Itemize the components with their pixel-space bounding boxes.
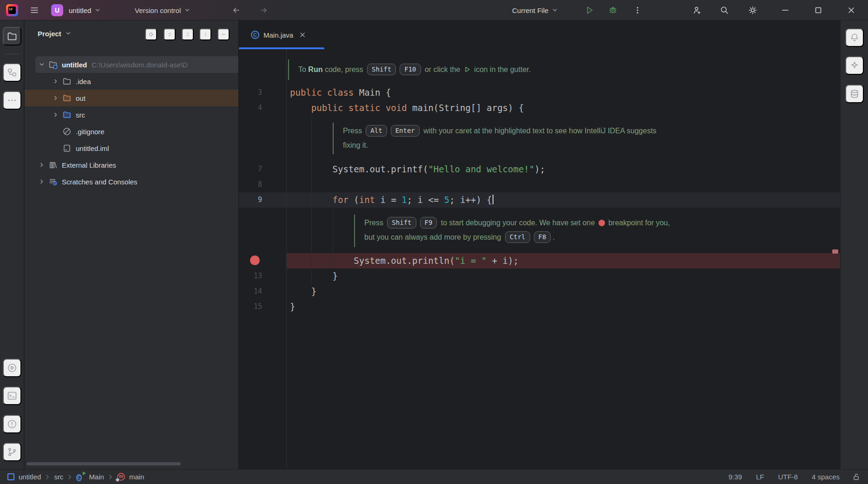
- chevron-right-icon[interactable]: [38, 178, 46, 185]
- project-path: C:\Users\wisdom.donald-ase\D: [92, 61, 239, 69]
- more-actions-button[interactable]: [630, 3, 645, 18]
- file-icon: [62, 144, 72, 153]
- breakpoint-icon[interactable]: [250, 255, 260, 265]
- breadcrumb-src[interactable]: src: [54, 473, 63, 481]
- window-close-button[interactable]: [844, 3, 859, 18]
- caret-position-widget[interactable]: 9:39: [729, 473, 742, 481]
- run-tool-window-button[interactable]: [3, 359, 21, 377]
- folder-icon: [62, 77, 72, 86]
- project-tool-button[interactable]: [3, 27, 21, 46]
- project-folder-icon: [48, 60, 58, 69]
- lock-open-icon: [852, 472, 861, 481]
- editor-content[interactable]: 3 4 7 8 9 13 14 15 To Run code, press Sh…: [239, 49, 840, 469]
- chevron-right-icon: [45, 474, 50, 480]
- line-number[interactable]: 13: [239, 268, 262, 284]
- line-number[interactable]: 4: [239, 100, 262, 116]
- vcs-widget[interactable]: Version control: [135, 0, 191, 20]
- kebab-menu-icon: [203, 30, 208, 39]
- more-tool-windows-button[interactable]: [3, 91, 21, 110]
- run-button[interactable]: [582, 3, 597, 18]
- settings-button[interactable]: [745, 3, 760, 18]
- crosshair-icon: [149, 30, 153, 39]
- terminal-tool-window-button[interactable]: [3, 386, 21, 405]
- project-switcher[interactable]: untitled: [69, 0, 101, 20]
- scratches-icon: [48, 177, 58, 186]
- structure-tool-button[interactable]: [3, 63, 21, 82]
- hide-panel-button[interactable]: [217, 28, 230, 40]
- structure-icon: [7, 67, 18, 78]
- project-horizontal-scrollbar[interactable]: [26, 462, 181, 465]
- expand-all-icon: [167, 30, 172, 39]
- window-titlebar: IJ U untitled Version control Current: [0, 0, 868, 20]
- tree-item-gitignore[interactable]: .gitignore: [25, 123, 239, 140]
- tree-item-external-libraries[interactable]: External Libraries: [25, 157, 239, 173]
- line-number-active[interactable]: 9: [239, 192, 262, 208]
- gear-icon: [748, 5, 758, 15]
- chevron-right-icon[interactable]: [52, 111, 60, 118]
- project-avatar[interactable]: U: [51, 4, 63, 16]
- breakpoint-dot-icon: [598, 220, 605, 226]
- main-menu-button[interactable]: [27, 3, 42, 18]
- window-maximize-button[interactable]: [811, 3, 826, 18]
- key-shift: Shift: [367, 64, 396, 75]
- tab-main-java[interactable]: C Main.java: [239, 20, 324, 49]
- chevron-down-icon[interactable]: [65, 30, 72, 37]
- chevron-right-icon[interactable]: [38, 161, 46, 169]
- key-ctrl: Ctrl: [505, 231, 530, 243]
- line-number[interactable]: 15: [239, 299, 262, 314]
- locate-file-button[interactable]: [145, 28, 157, 40]
- line-number[interactable]: 14: [239, 284, 262, 299]
- kebab-menu-icon: [633, 6, 642, 15]
- project-panel-title[interactable]: Project: [38, 30, 61, 38]
- chevron-right-icon[interactable]: [52, 78, 60, 85]
- window-minimize-button[interactable]: [778, 3, 793, 18]
- collapse-all-button[interactable]: [182, 28, 194, 40]
- key-shift: Shift: [387, 217, 416, 229]
- editor-area: C Main.java 3 4 7 8 9 13 14 15: [239, 20, 840, 469]
- ai-assistant-button[interactable]: [845, 56, 864, 75]
- line-number[interactable]: 3: [239, 85, 262, 100]
- tree-item-idea[interactable]: .idea: [25, 73, 239, 90]
- exclamation-circle-icon: [7, 419, 18, 430]
- notifications-button[interactable]: [845, 28, 864, 47]
- panel-options-button[interactable]: [199, 28, 211, 40]
- key-f8: F8: [534, 231, 551, 243]
- tree-item-untitled-root[interactable]: untitled C:\Users\wisdom.donald-ase\D: [25, 56, 239, 73]
- problems-tool-window-button[interactable]: [3, 415, 21, 433]
- chevron-right-icon[interactable]: [52, 94, 60, 102]
- method-icon: m: [117, 473, 125, 481]
- expand-all-button[interactable]: [164, 28, 176, 40]
- indent-widget[interactable]: 4 spaces: [812, 473, 840, 481]
- inline-hint-debug: Press ShiftF9 to start debugging your co…: [354, 215, 670, 247]
- version-control-tool-window-button[interactable]: [3, 443, 21, 461]
- tree-item-untitled-iml[interactable]: untitled.iml: [25, 140, 239, 157]
- stripe-separator: [6, 54, 19, 54]
- encoding-widget[interactable]: UTF-8: [778, 473, 798, 481]
- navigate-forward-button[interactable]: [256, 3, 271, 18]
- tree-item-src[interactable]: src: [25, 106, 239, 123]
- search-everywhere-button[interactable]: [717, 3, 732, 18]
- tree-item-scratches-consoles[interactable]: Scratches and Consoles: [25, 173, 239, 190]
- gutter-run-icon: [464, 66, 471, 73]
- chevron-down-icon[interactable]: [38, 61, 46, 68]
- navigate-back-button[interactable]: [229, 3, 243, 18]
- code-with-me-button[interactable]: [690, 3, 704, 18]
- line-ending-widget[interactable]: LF: [756, 473, 764, 481]
- line-number[interactable]: 8: [239, 177, 262, 192]
- tab-close-icon[interactable]: [299, 32, 306, 38]
- code-line-9: for (int i = 1; i <= 5; i++) {: [290, 192, 493, 208]
- breadcrumb-main-method[interactable]: main: [129, 473, 145, 481]
- run-configuration-selector[interactable]: Current File: [512, 0, 558, 20]
- debug-button[interactable]: [605, 3, 620, 18]
- tree-item-out[interactable]: out: [25, 90, 239, 106]
- breadcrumb-untitled[interactable]: untitled: [19, 473, 41, 481]
- database-tool-button[interactable]: [845, 85, 864, 103]
- code-line-15: }: [290, 299, 295, 314]
- error-stripe-breakpoint-mark[interactable]: [832, 249, 838, 254]
- line-number[interactable]: 7: [239, 162, 262, 177]
- status-bar-widgets: 9:39 LF UTF-8 4 spaces: [715, 472, 861, 481]
- breadcrumb-main-class[interactable]: Main: [89, 473, 104, 481]
- intellij-logo-glyph: IJ: [8, 7, 16, 14]
- chevron-right-icon: [67, 474, 72, 480]
- readonly-toggle[interactable]: [852, 472, 861, 481]
